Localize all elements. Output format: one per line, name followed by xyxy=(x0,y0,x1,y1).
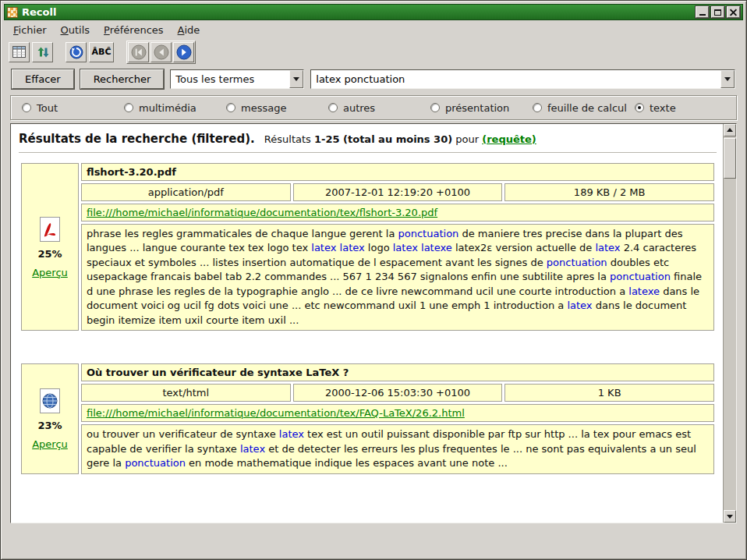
radio-icon xyxy=(635,103,644,112)
radio-icon xyxy=(124,103,133,112)
query-link[interactable]: (requête) xyxy=(482,133,536,145)
status-bar xyxy=(4,523,743,556)
result-url-cell: file:///home/michael/informatique/docume… xyxy=(81,404,714,422)
term-explorer-icon: ÂBĈ xyxy=(92,47,112,57)
toolbar-group-view xyxy=(9,42,53,62)
scrollbar-thumb[interactable] xyxy=(724,138,736,179)
result-title: flshort-3.20.pdf xyxy=(81,163,714,181)
maximize-icon xyxy=(714,9,721,16)
chevron-down-icon xyxy=(293,77,299,84)
preview-link[interactable]: Aperçu xyxy=(32,438,68,450)
scroll-up-button[interactable] xyxy=(724,124,736,136)
radio-icon xyxy=(328,103,338,112)
next-page-button[interactable] xyxy=(173,42,194,62)
scrollbar-track[interactable] xyxy=(724,136,736,510)
chevron-up-icon xyxy=(727,125,733,132)
clear-button[interactable]: Effacer xyxy=(12,69,74,89)
result-url-link[interactable]: file:///home/michael/informatique/docume… xyxy=(87,407,465,419)
result-side-panel: 25% Aperçu xyxy=(21,163,79,331)
result-snippet: ou trouver un verificateur de syntaxe la… xyxy=(81,424,714,473)
filter-texte[interactable]: texte xyxy=(635,102,676,114)
filter-tout[interactable]: Tout xyxy=(22,102,124,114)
minimize-button[interactable] xyxy=(696,6,709,18)
relevance-percent: 25% xyxy=(27,248,73,260)
chevron-down-icon xyxy=(724,77,731,84)
close-icon xyxy=(730,9,737,16)
radio-icon xyxy=(22,103,31,112)
first-page-button[interactable] xyxy=(128,42,149,62)
search-button[interactable]: Rechercher xyxy=(80,69,165,89)
result-mime: application/pdf xyxy=(81,183,291,201)
term-explorer-button[interactable]: ÂBĈ xyxy=(89,42,114,62)
page-navigation xyxy=(126,41,196,64)
divider xyxy=(19,152,717,153)
results-table-button[interactable] xyxy=(9,42,30,62)
query-combo xyxy=(310,69,735,89)
results-area: Résultats de la recherche (filtered). Ré… xyxy=(10,123,737,523)
result-size: 189 KB / 2 MB xyxy=(504,183,714,201)
search-mode-select[interactable]: Tous les termes xyxy=(170,69,304,89)
results-scrollbar[interactable] xyxy=(723,124,736,523)
recoll-window: Recoll Fichier Outils Préférences Aide xyxy=(0,0,747,560)
window-title: Recoll xyxy=(22,6,692,18)
result-url-link[interactable]: file:///home/michael/informatique/docume… xyxy=(87,207,437,218)
results-list: Résultats de la recherche (filtered). Ré… xyxy=(11,124,723,523)
filter-feuille-de-calcul[interactable]: feuille de calcul xyxy=(533,102,635,114)
results-summary-prefix: Résultats xyxy=(264,133,311,145)
result-date: 2007-12-01 12:19:20 +0100 xyxy=(293,183,503,201)
sort-button[interactable] xyxy=(32,42,53,62)
filter-autres[interactable]: autres xyxy=(328,102,430,114)
previous-page-icon xyxy=(154,44,169,60)
chevron-down-icon xyxy=(727,515,733,522)
minimize-icon xyxy=(699,14,706,16)
result-url-cell: file:///home/michael/informatique/docume… xyxy=(81,204,714,222)
result-date: 2000-12-06 15:03:30 +0100 xyxy=(293,384,503,402)
menubar: Fichier Outils Préférences Aide xyxy=(4,20,743,39)
result-title: Où trouver un vérificateur de syntaxe La… xyxy=(81,363,714,381)
query-history-dropdown-button[interactable] xyxy=(720,70,735,88)
result-side-panel: 23% Aperçu xyxy=(21,363,79,473)
result-snippet: phrase les regles grammaticales de chaqu… xyxy=(81,224,714,331)
first-page-icon xyxy=(131,44,147,60)
sort-icon xyxy=(37,46,49,58)
results-title: Résultats de la recherche (filtered). xyxy=(19,132,255,146)
filetype-filter-bar: Tout multimédia message autres présentat… xyxy=(10,95,737,120)
window-controls xyxy=(696,6,740,18)
results-header: Résultats de la recherche (filtered). Ré… xyxy=(19,130,717,149)
menu-aide[interactable]: Aide xyxy=(172,22,207,38)
toolbar-group-tools: ÂBĈ xyxy=(65,42,114,62)
previous-page-button[interactable] xyxy=(150,42,172,62)
results-range: 1-25 (total au moins 30) xyxy=(314,133,452,145)
scroll-down-button[interactable] xyxy=(724,510,736,523)
radio-icon xyxy=(430,103,440,112)
results-table-icon xyxy=(12,46,26,58)
history-button[interactable] xyxy=(65,42,87,62)
app-icon xyxy=(7,7,18,18)
titlebar[interactable]: Recoll xyxy=(4,4,743,20)
relevance-percent: 23% xyxy=(27,420,73,431)
search-input[interactable] xyxy=(311,70,720,88)
filter-message[interactable]: message xyxy=(226,102,328,114)
history-icon xyxy=(69,45,83,59)
maximize-button[interactable] xyxy=(711,6,724,18)
result-item-2: 23% Aperçu Où trouver un vérificateur de… xyxy=(19,361,717,476)
menu-fichier[interactable]: Fichier xyxy=(7,22,53,38)
next-page-icon xyxy=(176,44,192,60)
close-button[interactable] xyxy=(727,6,740,18)
results-summary-connector: pour xyxy=(455,133,479,145)
filter-presentation[interactable]: présentation xyxy=(430,102,533,114)
radio-icon xyxy=(226,103,235,112)
filter-multimedia[interactable]: multimédia xyxy=(124,102,226,114)
toolbar: ÂBĈ xyxy=(4,39,743,65)
html-icon xyxy=(27,388,73,414)
menu-preferences[interactable]: Préférences xyxy=(97,22,169,38)
result-mime: text/html xyxy=(81,384,291,402)
radio-icon xyxy=(533,103,542,112)
menu-outils[interactable]: Outils xyxy=(55,22,97,38)
preview-link[interactable]: Aperçu xyxy=(32,267,68,278)
result-item-1: 25% Aperçu flshort-3.20.pdf application/… xyxy=(19,161,717,333)
search-mode-dropdown-button[interactable] xyxy=(289,70,303,88)
search-bar: Effacer Rechercher Tous les termes xyxy=(4,65,743,93)
pdf-icon xyxy=(27,216,73,243)
search-mode-value: Tous les termes xyxy=(171,70,289,88)
